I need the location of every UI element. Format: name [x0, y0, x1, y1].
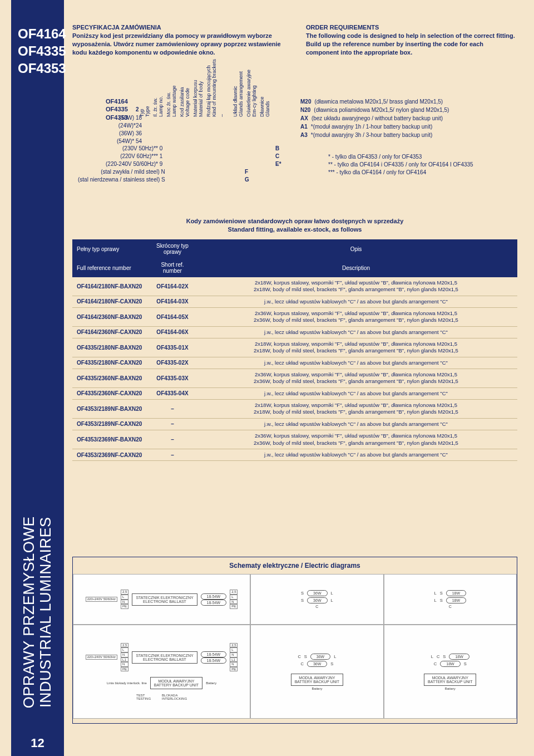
th-desc-en: Description [195, 258, 517, 277]
cell-short-ref: – [150, 430, 195, 449]
gland-code: N20 [300, 107, 310, 113]
cell-full-ref: OF4353/2189NF-CAXN20 [72, 418, 150, 430]
cell-full-ref: OF4164/2360NF-BAXN20 [72, 308, 150, 327]
spec-en: ORDER REQUIREMENTS The following code is… [306, 23, 517, 56]
spec-header: SPECYFIKACJA ZAMÓWIENIA Poniższy kod jes… [72, 23, 517, 56]
builder-footnotes: * - tylko dla OF4353 / only for OF4353 *… [328, 153, 473, 176]
lamp-label: 18W [440, 661, 460, 667]
starter-label: S [464, 661, 467, 666]
cell-short-ref: – [150, 400, 195, 419]
spec-body-pl: Poniższy kod jest przewidziany dla pomoc… [72, 32, 284, 57]
emcy-code: A3 [300, 132, 308, 138]
lamp-label: 36W [310, 654, 330, 660]
emcy-desc: *(moduł awaryjny 1h / 1-hour battery bac… [311, 124, 432, 130]
cell-short-ref: OF4335-01X [150, 338, 195, 357]
diagram-36w: S36WL S36WL C [250, 574, 383, 625]
code-builder: TypType Il. źr. św.Lamp no. Moc źr. św.L… [72, 72, 517, 200]
spec-pl: SPECYFIKACJA ZAMÓWIENIA Poniższy kod jes… [72, 23, 284, 56]
col-label: – [219, 114, 225, 117]
diagrams-title: Schematy elektryczne / Electric diagrams [73, 557, 517, 574]
builder-brackets: F G [245, 168, 249, 184]
model-code: OF4353 [18, 60, 58, 77]
voltage-opt: (220-240V 50/60Hz)* 9 [106, 160, 162, 168]
th-full-en: Full reference number [72, 258, 150, 277]
cell-short-ref: OF4164-05X [150, 308, 195, 327]
voltage-label: 220÷240V 50/60Hz [86, 655, 117, 660]
diagram-ballast-1: 220÷240V 50/60Hz 2,5LNPE STATECZNIK ELEK… [73, 574, 250, 625]
builder-column-labels: TypType Il. źr. św.Lamp no. Moc źr. św.L… [139, 72, 273, 117]
table-row: OF4353/2369NF-CAXN20–j.w., lecz układ wp… [72, 449, 517, 460]
col-label: Em-cy lighting [251, 85, 257, 117]
cell-description: j.w., lecz układ wpustów kablowych "C" /… [195, 357, 517, 369]
page-number: 12 [11, 736, 64, 750]
diagrams-panel: Schematy elektryczne / Electric diagrams… [72, 557, 517, 724]
cell-short-ref: – [150, 418, 195, 430]
cell-description: j.w., lecz układ wpustów kablowych "C" /… [195, 449, 517, 460]
lamp-label: 18W [446, 597, 466, 603]
cell-short-ref: OF4335-03X [150, 369, 195, 388]
col-label: Kod zasilania [179, 87, 185, 117]
battery-label: Battery [445, 687, 456, 690]
bbu-block: MODUŁ AWARYJNY BATTERY BACKUP UNIT [424, 674, 476, 686]
lamp-label: 18-54W [201, 657, 227, 664]
emcy-desc: *(moduł awaryjny 3h / 3-hour battery bac… [311, 132, 432, 138]
spec-title-en: ORDER REQUIREMENTS [306, 23, 517, 32]
lamp-label: 18-54W [201, 651, 227, 657]
emcy-code: AX [300, 115, 308, 121]
battery-label: Battery [312, 687, 322, 690]
availability-pl: Kody zamówieniowe standardowych opraw ła… [72, 217, 517, 225]
table-row: OF4335/2180NF-CAXN20OF4335-02Xj.w., lecz… [72, 357, 517, 369]
sidebar-title-pl: OPRAWY PRZEMYSŁOWE [21, 516, 37, 708]
wattage-opt: (54W)* 54 [117, 138, 142, 145]
glandarr-opt: B [275, 145, 281, 153]
table-row: OF4353/2189NF-CAXN20–j.w., lecz układ wp… [72, 418, 517, 430]
cell-description: 2x36W, korpus stalowy, wsporniki "F", uk… [195, 430, 517, 449]
cell-full-ref: OF4335/2180NF-CAXN20 [72, 357, 150, 369]
col-label: Type [145, 106, 150, 117]
cell-description: j.w., lecz układ wpustów kablowych "C" /… [195, 387, 517, 399]
starter-label: S [301, 591, 304, 596]
col-label: Il. źr. św. [152, 97, 158, 117]
lamp-label: 18W [446, 590, 466, 596]
starter-label: S [301, 598, 304, 603]
cell-short-ref: OF4164-03X [150, 296, 195, 307]
gland-desc: (dławnica metalowa M20x1,5/ brass gland … [314, 99, 443, 105]
cell-short-ref: OF4335-02X [150, 357, 195, 369]
voltage-label: 220÷240V 50/60Hz [86, 597, 117, 602]
model-code: OF4164 [18, 25, 58, 42]
sidebar-title-en: INDUSTRIAL LUMINAIRES [37, 517, 54, 708]
col-label: Glands [265, 101, 270, 117]
bbu-block: MODUŁ AWARYJNY BATTERY BACKUP UNIT [291, 674, 343, 686]
col-label: Lamp no. [158, 96, 164, 117]
interlock-line: Linia blokady interlock. line [107, 681, 147, 685]
terminal-block: 220÷240V 50/60Hz [86, 597, 117, 602]
wattage-opt: (36W) 36 [117, 130, 142, 138]
cell-full-ref: OF4335/2360NF-BAXN20 [72, 369, 150, 388]
bracket-opt: F [245, 168, 249, 176]
lamp-label: 36W [307, 597, 327, 603]
model-code: OF4335 [18, 42, 58, 60]
wattage-opt: (24W)*24 [117, 122, 142, 130]
ballast-block: STATECZNIK ELEKTRONICZNY ELECTRONIC BALL… [132, 593, 197, 606]
cell-full-ref: OF4335/2180NF-BAXN20 [72, 338, 150, 357]
col-label: Oświetlenie awaryjne [246, 70, 251, 117]
emcy-desc: (bez układu awaryjnego / without battery… [312, 115, 443, 121]
gland-code: M20 [300, 99, 311, 105]
fuse-label: 2,5 [121, 643, 128, 648]
fuse-label: 2,5 [230, 590, 238, 595]
cell-full-ref: OF4164/2360NF-CAXN20 [72, 326, 150, 338]
builder-type: OF4164 [106, 97, 128, 105]
cell-short-ref: – [150, 449, 195, 460]
col-label: Lamp wattage [171, 85, 177, 117]
glandarr-opt: C [275, 153, 281, 160]
table-row: OF4353/2369NF-BAXN20–2x36W, korpus stalo… [72, 430, 517, 449]
builder-wattages: (18W) 18 (24W)*24 (36W) 36 (54W)* 54 [117, 114, 142, 145]
availability-note: Kody zamówieniowe standardowych opraw ła… [72, 217, 517, 234]
col-label: Układ dławnic [233, 86, 238, 117]
battery-label: Battery [206, 681, 216, 685]
cell-full-ref: OF4164/2180NF-CAXN20 [72, 296, 150, 307]
bracket-opt: G [245, 176, 249, 184]
table-row: OF4335/2180NF-BAXN20OF4335-01X2x18W, kor… [72, 338, 517, 357]
table-row: OF4335/2360NF-BAXN20OF4335-03X2x36W, kor… [72, 369, 517, 388]
col-label: Kind of mounting brackets [211, 59, 217, 117]
